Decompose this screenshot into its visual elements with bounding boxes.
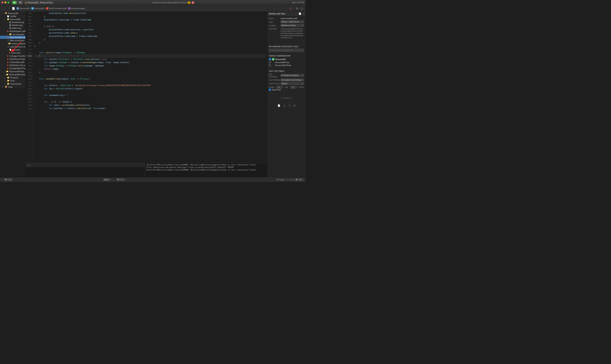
indent-val: 4 (290, 86, 296, 89)
code-line-310: } (34, 44, 266, 48)
stop-button[interactable] (18, 1, 22, 4)
type-label: Type (269, 21, 280, 23)
sidebar-item-cloudant[interactable]: ▶ CloudantRESTCall.swift (0, 67, 25, 70)
tab-down[interactable]: ▼ (282, 87, 284, 89)
target-item-tests: ResumeARTests (269, 61, 304, 64)
auto-arrow: ▾ (108, 179, 109, 181)
sidebar-item-uitests[interactable]: 📁 ResumeARUITests (0, 73, 25, 76)
sidebar-item-twitter[interactable]: 🖼 twitter.png (0, 27, 25, 29)
sidebar-item-main-storyboard[interactable]: ☐ Main.storyboard (0, 39, 25, 42)
sidebar-label-products: Products (10, 77, 18, 79)
line-endings-dropdown-arrow: ▼ (302, 79, 303, 81)
sidebar-item-linkedin[interactable]: 🖼 linkedin.png (0, 24, 25, 27)
target-item-resumear: ▶ ResumeAR (269, 58, 304, 61)
forward-arrow[interactable]: › (4, 7, 7, 10)
line-endings-dropdown[interactable]: No Explicit Line Endings ▼ (280, 78, 304, 81)
tab-arrows[interactable]: ▲ ▼ (282, 86, 284, 89)
sidebar-item-frameworks[interactable]: 📁 Frameworks (0, 82, 25, 85)
filter-label-center: Filter (120, 179, 124, 181)
inspector-toggle[interactable]: ⊞ (295, 6, 299, 10)
code-icon-bottom[interactable]: { } (283, 104, 285, 107)
folder-icon-frameworks: 📁 (7, 83, 10, 85)
indent-arrows[interactable]: ▲ ▼ (296, 86, 298, 89)
identity-type-section: Name ViewController.swift Type Default -… (267, 16, 306, 44)
code-content[interactable]: displayFace.node.move(position) } displa… (33, 12, 267, 163)
wrap-lines-checkbox[interactable] (269, 89, 271, 91)
grid-icon-bottom[interactable]: ⊞ (293, 104, 295, 107)
sidebar-item-viewcontroller[interactable]: ▶ ViewController.swift (0, 36, 25, 39)
breadcrumb-method[interactable]: convert(cmage:) (71, 7, 85, 10)
indent-down[interactable]: ▼ (296, 87, 298, 89)
sidebar-item-tests[interactable]: 📁 ResumeARTests (0, 70, 25, 73)
close-button[interactable] (1, 1, 3, 3)
indent-up[interactable]: ▲ (296, 86, 298, 87)
status-eye-icon[interactable]: 👁 (111, 179, 113, 181)
file-icon-bottom[interactable]: 📄 (278, 104, 280, 107)
help-icon[interactable]: ? (303, 13, 304, 15)
right-filter[interactable]: 🔍 Filter (294, 178, 304, 181)
expand-icon[interactable]: ⊞ (292, 179, 293, 181)
indent-dropdown[interactable]: Spaces ▼ (280, 82, 304, 85)
sidebar-item-pods[interactable]: 📁 Pods (0, 79, 25, 82)
type-dropdown[interactable]: Default - Swift Source ▼ (280, 20, 304, 23)
center-filter[interactable]: 🔍 Filter (116, 178, 126, 181)
maximize-button[interactable] (7, 1, 9, 3)
sidebar-item-appdelegate[interactable]: ▶ AppDelegate.swift (0, 29, 25, 33)
clock-icon-bottom[interactable]: ⏱ (288, 104, 291, 107)
left-filter[interactable]: 🔍 Filter (3, 178, 13, 181)
debug-icon-1[interactable]: ⊞ (27, 164, 28, 166)
back-arrow[interactable]: ‹ (1, 7, 4, 10)
sidebar-item-scnvec[interactable]: ▶ SCNVector3+Distance.swift (0, 57, 25, 61)
checkbox-tests[interactable] (269, 61, 271, 64)
trash-icon[interactable]: 🗑 (287, 179, 289, 181)
play-button[interactable] (12, 1, 17, 4)
file-inspector-icon[interactable]: 📄 (299, 13, 301, 15)
breadcrumb-project[interactable]: ResumeAR (19, 7, 29, 10)
code-line-308: } (34, 38, 266, 41)
view-toggle[interactable]: ◫ (300, 6, 304, 10)
breadcrumb-group[interactable]: ResumeAR (34, 7, 44, 10)
encoding-dropdown[interactable]: No Explicit Encoding ▼ (280, 74, 304, 77)
inspector-header: Identity and Type 📄 ? (267, 12, 306, 16)
on-demand-input[interactable]: Only resources are taggable (269, 49, 304, 52)
sidebar-item-scnnode[interactable]: ▶ SCNNode+Text.swift (0, 64, 25, 67)
on-demand-placeholder: Only resources are taggable (270, 49, 293, 51)
cartfile-icon: 📄 (7, 15, 9, 17)
sidebar-item-resumear-root[interactable]: 📦 ResumeAR (0, 12, 25, 15)
status-warn-icon[interactable]: ⚠ (113, 179, 115, 181)
debug-icon-2[interactable]: ▶ (29, 164, 31, 166)
location-dropdown[interactable]: Relative to Group ▼ (280, 24, 304, 27)
sidebar-item-facebook[interactable]: 🖼 facebook.png (0, 21, 25, 24)
sidebar-item-face[interactable]: ▶ Face.swift (0, 51, 25, 54)
sidebar-item-assets[interactable]: 📁 Assets.xcassets (0, 42, 25, 45)
sidebar-label-cloudant: CloudantRESTCall.swift (10, 67, 25, 69)
breadcrumb-file[interactable]: ViewController.swift (49, 7, 66, 10)
fullpath-label: Full Path (269, 28, 280, 30)
indent-stepper: 4 ▲ ▼ Indent (290, 86, 304, 89)
sidebar-item-credentials[interactable]: ▶ Credentials.swift (0, 61, 25, 64)
sidebar-item-launchscreen[interactable]: ☐ LaunchScreen.storyboard (0, 45, 25, 48)
title-right: Mon 6:49 PM (292, 1, 304, 4)
minimize-button[interactable] (4, 1, 6, 3)
sidebar-item-pods-root[interactable]: 📦 Pods (0, 85, 25, 89)
code-editor[interactable]: 300 301 302 303 304 305 306 307 308 309 … (26, 12, 267, 163)
checkbox-resumear[interactable] (269, 58, 271, 60)
sidebar-item-cartfile[interactable]: 📄 Cartfile (0, 15, 25, 18)
tab-up[interactable]: ▲ (282, 86, 284, 87)
scheme-selector[interactable]: ▶ ResumeAR › iPhone 8 Plus (24, 1, 54, 4)
checkbox-uitests[interactable] (269, 64, 271, 66)
folder-icon-products: 📁 (7, 77, 10, 79)
sidebar-item-art-xcassets[interactable]: 📁 art.scnassets (0, 33, 25, 36)
sidebar-item-resumear-group[interactable]: 📁 ResumeAR (0, 18, 25, 21)
split-view-icon[interactable]: ⊟ (290, 179, 291, 181)
auto-label[interactable]: Auto ▾ (103, 178, 110, 181)
location-label: Location (269, 25, 280, 27)
all-output-arrow[interactable]: ▾ (285, 179, 286, 181)
sidebar-item-products[interactable]: 📁 Products (0, 76, 25, 79)
sidebar-label-frameworks: Frameworks (10, 83, 21, 85)
issues-nav[interactable]: › (292, 7, 294, 10)
storyboard-icon-ms: ☐ (7, 39, 9, 42)
svg-marker-0 (14, 2, 15, 3)
sidebar-item-ciimage[interactable]: ▶ CIImage+FaceDetection.swift (0, 54, 25, 57)
sidebar-item-infoplist[interactable]: 📋 Info.plist (0, 48, 25, 51)
